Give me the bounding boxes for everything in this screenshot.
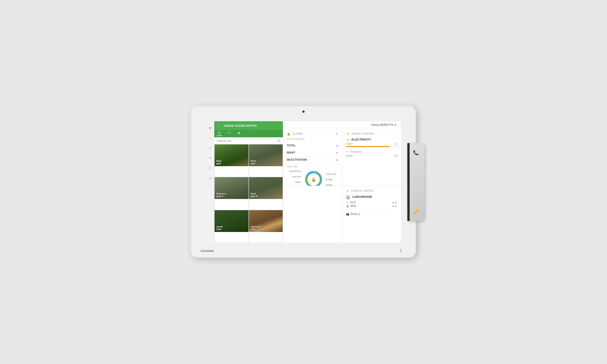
key-icon[interactable]: 🔑: [413, 208, 419, 214]
key-bottom-icon: ⚷: [399, 248, 402, 253]
lunchroom-temp-row: 🌡 25,2° ◀ ▶: [346, 201, 398, 204]
vde-back-button[interactable]: ←: [218, 124, 221, 128]
camera-cell-back-gate[interactable]: Backgate: [249, 144, 283, 177]
plant-label-garden: Garden: [326, 184, 336, 186]
alarm-night[interactable]: NIGHT ▶: [287, 149, 338, 156]
alarm-total[interactable]: TOTAL ▶: [287, 142, 338, 149]
alarms-widget: 🔒 ALARMS ⊙ Alarms Scenarios TOTAL ▶ NIGH…: [283, 129, 342, 186]
climate-label: CLIMATE CONTRO...: [351, 190, 375, 192]
lunchroom-humidity-row: 💧 60% ◀ ▶: [346, 205, 398, 208]
alarm-night-label: NIGHT: [287, 151, 295, 154]
alarm-deactivation-arrow: ▶: [336, 159, 338, 161]
electricity-bar-fill: [346, 146, 390, 147]
electricity-section: ⚡ ELECTRICITY Instant 1,2: [346, 138, 398, 148]
camera-dot: [302, 110, 305, 113]
main-screen: ◉ ⌂ ≡ ✉ ☰ ◎ ← VIDEO DOOR ENTRY ⊡ ▭ ♟ ···…: [206, 121, 401, 243]
alarm-night-arrow: ▶: [336, 152, 338, 154]
alarm-deactivation[interactable]: DEACTIVATION ▶: [287, 156, 338, 163]
home-selector[interactable]: Home BERETTA ▾: [371, 123, 396, 127]
camera-label-staircase-entry: Staircaseentry: [251, 226, 261, 231]
lunchroom-section: 🏠 LUNCHROOM 🌡 25,2° ◀ ▶ 💧 60% ◀: [346, 195, 398, 208]
vde-panel: ← VIDEO DOOR ENTRY ⊡ ▭ ♟ ··· External un…: [214, 121, 283, 243]
energy-widget: ⚡ ENERGY CONSUM... ⚡ ELECTRICITY Instant…: [342, 129, 401, 186]
humidity-ctrl-right[interactable]: ▶: [395, 205, 397, 208]
camera-label-entrance-gate-a: Entrancegate A: [216, 193, 226, 198]
camera-cell-south-gate[interactable]: SouthGate: [214, 210, 249, 243]
climate-ctrl-left[interactable]: ◀: [392, 201, 394, 204]
camera-label-main-gate: Maingate: [216, 160, 222, 165]
plant-label-garage: Garage: [326, 178, 336, 181]
alarms-settings-icon[interactable]: ⊙: [335, 132, 338, 135]
camera-cell-entrance-gate-a[interactable]: Entrancegate A: [214, 177, 249, 210]
layers-icon[interactable]: ≡: [209, 146, 211, 150]
donut-center-lock-icon: 🔒: [311, 177, 316, 182]
donut-chart: 🔒: [303, 169, 324, 186]
camera-label-back-gate: Backgate: [251, 160, 256, 165]
empty-widget: [283, 186, 342, 243]
thermometer-icon: 🌡: [346, 189, 349, 193]
compass-icon[interactable]: ◉: [209, 126, 212, 130]
plant-label-ground-floor: Ground Floor: [289, 170, 301, 172]
device-frame: 📞 🔑 «Comelit ⚷ ◉ ⌂ ≡ ✉ ☰ ◎ ← VIDEO DOOR …: [191, 106, 416, 258]
vde-header: ← VIDEO DOOR ENTRY: [214, 121, 283, 130]
vde-tab-person[interactable]: ♟: [236, 130, 242, 136]
camera-cell-back-gate-b[interactable]: Backgate B: [249, 177, 283, 210]
electricity-instant-value: 1,2: [394, 143, 397, 145]
side-module-bar: [407, 143, 410, 221]
climate-widget: 🌡 CLIMATE CONTRO... 🏠 LUNCHROOM 🌡 25,2° …: [342, 186, 401, 243]
produced-instant-value: 0,6: [394, 155, 397, 157]
room3-label-text: Room 3: [351, 212, 360, 216]
vde-tabs: ⊡ ▭ ♟ ···: [214, 130, 283, 137]
electricity-instant-row: Instant 1,2: [346, 143, 398, 145]
energy-label: ENERGY CONSUM...: [352, 132, 376, 135]
lunchroom-name: LUNCHROOM: [352, 195, 372, 198]
phone-icon[interactable]: 📞: [413, 150, 419, 156]
vde-tab-monitor[interactable]: ⊡: [217, 130, 222, 136]
vde-tab-more[interactable]: ···: [246, 130, 251, 136]
camera-cell-staircase-entry[interactable]: Staircaseentry: [249, 210, 283, 243]
produced-instant-label: Instant: [346, 155, 353, 157]
eye-icon[interactable]: ◎: [209, 176, 212, 180]
plant-label-first-floor: First Floor: [289, 176, 301, 178]
climate-widget-header: 🌡 CLIMATE CONTRO...: [346, 189, 398, 193]
plant-state-label: Plant State: [287, 165, 338, 168]
alarm-total-label: TOTAL: [287, 144, 296, 147]
plant-label-tavern: Tavern: [289, 181, 301, 183]
content-grid: 🔒 ALARMS ⊙ Alarms Scenarios TOTAL ▶ NIGH…: [283, 129, 401, 243]
plant-left-labels: Ground Floor First Floor Tavern Terrace: [289, 170, 301, 186]
camera-cell-main-gate[interactable]: Maingate: [214, 144, 249, 177]
lock-icon: 🔒: [287, 132, 291, 135]
lunchroom-humidity: 60%: [351, 205, 356, 208]
vde-title: VIDEO DOOR ENTRY: [224, 124, 257, 128]
nav-sidebar: ◉ ⌂ ≡ ✉ ☰ ◎: [206, 121, 214, 243]
temp-icon: 🌡: [346, 201, 349, 204]
humidity-ctrl-left[interactable]: ◀: [392, 205, 394, 208]
electricity-title: ELECTRICITY: [352, 138, 371, 141]
square-icon: ⬜: [277, 139, 280, 142]
bolt-icon: ⚡: [346, 138, 350, 142]
mail-icon[interactable]: ✉: [209, 156, 212, 160]
book-icon[interactable]: ☰: [209, 166, 212, 170]
vde-tab-door[interactable]: ▭: [226, 130, 232, 136]
plant-right-labels: Living Area Garage Garden: [326, 173, 336, 186]
home-nav-icon[interactable]: ⌂: [209, 136, 211, 140]
electricity-instant-label: Instant: [346, 143, 353, 145]
lunchroom-temp: 25,2°: [350, 201, 356, 204]
alarm-total-arrow: ▶: [336, 144, 338, 147]
brand-logo: «Comelit: [200, 249, 214, 253]
energy-icon: ⚡: [346, 132, 350, 135]
energy-widget-header: ⚡ ENERGY CONSUM...: [346, 132, 398, 135]
home-label: Home BERETTA: [371, 123, 394, 127]
vde-camera-grid: Maingate Backgate Entrancegate A Backgat…: [214, 144, 283, 243]
vde-toolbar: External unit ⬜: [214, 137, 283, 144]
solar-icon: ☀: [346, 150, 349, 154]
dropdown-icon: ▾: [395, 123, 396, 127]
tv-icon: 📺: [346, 212, 349, 216]
climate-ctrl-right[interactable]: ▶: [395, 201, 397, 204]
produced-section: ☀ Produced Instant 0,6: [346, 150, 398, 157]
external-unit-label: External unit: [217, 139, 231, 142]
top-bar: Home BERETTA ▾: [283, 121, 401, 129]
humidity-icon: 💧: [346, 205, 349, 208]
plant-label-living-area: Living Area: [326, 173, 336, 175]
main-content: Home BERETTA ▾ 🔒 ALARMS ⊙ Alarms Scenari…: [283, 121, 401, 243]
